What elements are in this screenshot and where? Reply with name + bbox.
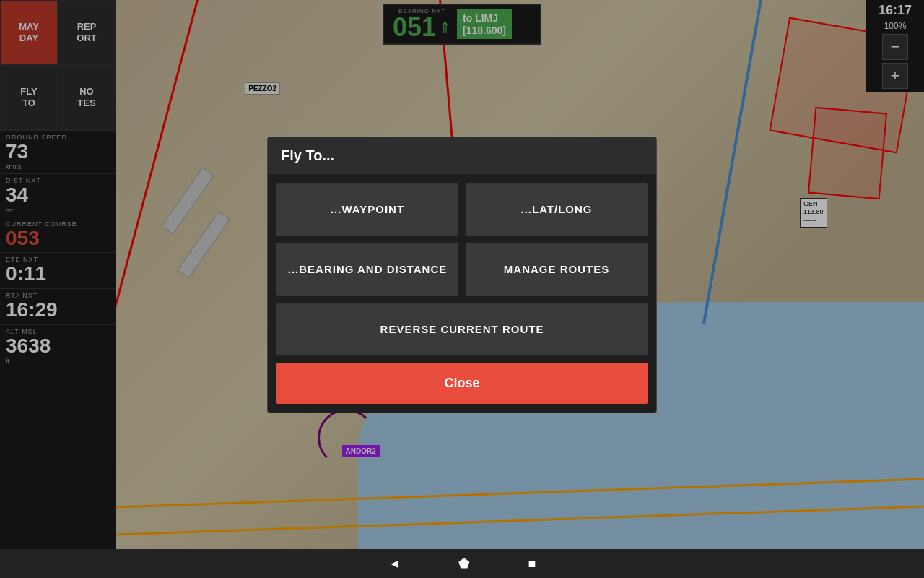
fly-to-modal: Fly To... ...WAYPOINT ...LAT/LONG ...BEA… [267, 137, 657, 413]
modal-row-3: REVERSE CURRENT ROUTE [276, 303, 648, 355]
modal-title: Fly To... [268, 137, 656, 174]
bottom-nav: ◄ ⬟ ■ [0, 549, 924, 578]
close-button[interactable]: Close [276, 363, 648, 404]
manage-routes-button[interactable]: MANAGE ROUTES [466, 243, 648, 296]
waypoint-button[interactable]: ...WAYPOINT [276, 183, 458, 236]
latlong-button[interactable]: ...LAT/LONG [466, 183, 648, 236]
back-nav-button[interactable]: ◄ [388, 556, 401, 571]
modal-row-2: ...BEARING AND DISTANCE MANAGE ROUTES [276, 243, 648, 296]
reverse-route-button[interactable]: REVERSE CURRENT ROUTE [276, 303, 648, 355]
modal-row-1: ...WAYPOINT ...LAT/LONG [276, 183, 648, 236]
modal-overlay: Fly To... ...WAYPOINT ...LAT/LONG ...BEA… [0, 0, 924, 549]
bearing-distance-button[interactable]: ...BEARING AND DISTANCE [276, 243, 458, 296]
recents-nav-button[interactable]: ■ [528, 556, 536, 571]
home-nav-button[interactable]: ⬟ [458, 556, 470, 571]
